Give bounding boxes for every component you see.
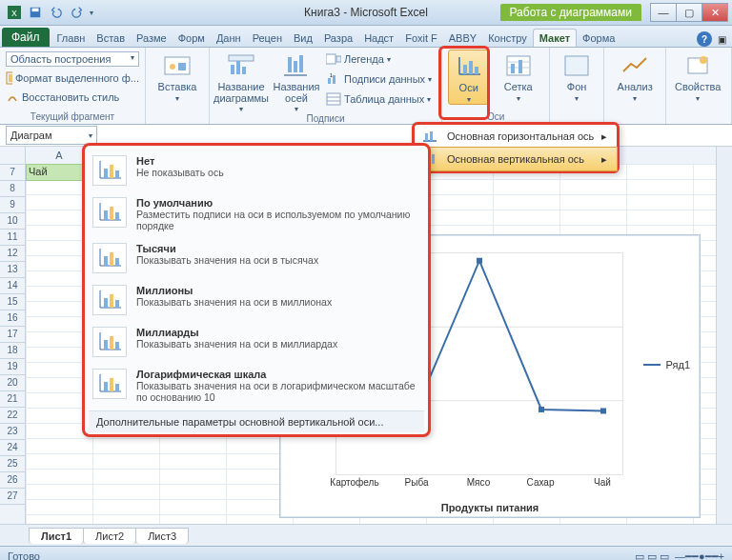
more-axis-options[interactable]: Дополнительные параметры основной вертик… [89, 410, 424, 432]
min-ribbon-icon[interactable]: ▣ [718, 34, 726, 45]
svg-rect-54 [110, 165, 113, 178]
analysis-button[interactable]: Анализ▾ [610, 50, 660, 103]
row-header[interactable]: 16 [0, 310, 25, 327]
svg-rect-46 [425, 133, 428, 141]
tab-форма[interactable]: Форма [577, 30, 620, 47]
title-bar: X ▾ Книга3 - Microsoft Excel Работа с ди… [0, 0, 732, 26]
svg-rect-75 [115, 342, 119, 350]
reset-style[interactable]: Восстановить стиль [6, 88, 139, 107]
row-header[interactable]: 22 [0, 408, 25, 424]
row-header[interactable]: 10 [0, 213, 25, 230]
properties-button[interactable]: Свойства▾ [672, 50, 723, 103]
axis-option-icon [92, 285, 127, 315]
x-tick: Мясо [452, 477, 505, 488]
insert-button[interactable]: Вставка▾ [152, 50, 203, 103]
tab-рецен[interactable]: Рецен [247, 30, 288, 47]
svg-rect-42 [477, 258, 482, 264]
svg-rect-79 [110, 378, 113, 391]
quick-access-toolbar: X ▾ [0, 4, 93, 21]
menu-vertical-axis[interactable]: Основная вертикальная ось▸ [414, 147, 618, 171]
tab-констру[interactable]: Констру [482, 30, 533, 47]
row-headers[interactable]: 789101112131415161718192021222324252627 [0, 147, 26, 524]
selection-dropdown[interactable]: Область построения [10, 53, 111, 65]
minimize-button[interactable]: — [650, 3, 677, 22]
file-tab[interactable]: Файл [2, 28, 50, 47]
tab-форм[interactable]: Форм [173, 30, 211, 47]
row-header[interactable]: 15 [0, 294, 25, 310]
sheet-tab[interactable]: Лист2 [83, 528, 136, 544]
svg-rect-9 [229, 55, 254, 61]
help-icon[interactable]: ? [697, 31, 712, 47]
data-labels-button[interactable]: 1Подписи данных▾ [326, 70, 432, 89]
status-bar: Готово ▭ ▭ ▭ —━━●━━+ [0, 546, 732, 560]
tab-разра[interactable]: Разра [318, 30, 358, 47]
svg-rect-65 [115, 258, 119, 266]
svg-rect-18 [336, 56, 341, 62]
svg-rect-16 [284, 74, 307, 76]
row-header[interactable]: 13 [0, 262, 25, 278]
background-button[interactable]: Фон▾ [556, 50, 598, 103]
svg-rect-73 [104, 340, 108, 350]
axis-option-0[interactable]: НетНе показывать ось [89, 151, 424, 193]
tab-вид[interactable]: Вид [288, 30, 318, 47]
data-table-button[interactable]: Таблица данных▾ [326, 90, 432, 109]
row-header[interactable]: 21 [0, 391, 25, 408]
row-header[interactable]: 8 [0, 181, 25, 197]
svg-rect-80 [115, 384, 119, 391]
x-tick: Картофель [328, 477, 381, 488]
axis-option-4[interactable]: МиллиардыПоказывать значения на оси в ми… [89, 323, 424, 365]
tab-главн[interactable]: Главн [51, 30, 92, 47]
row-header[interactable]: 24 [0, 440, 25, 456]
svg-rect-47 [430, 131, 433, 141]
row-header[interactable]: 7 [0, 165, 25, 181]
ribbon: Область построения▾ Формат выделенного ф… [0, 48, 732, 125]
axis-option-2[interactable]: ТысячиПоказывать значения на оси в тысяч… [89, 239, 424, 281]
excel-icon[interactable]: X [6, 4, 23, 21]
vertical-scrollbar[interactable] [716, 147, 732, 524]
menu-horizontal-axis[interactable]: Основная горизонтальная ось▸ [415, 125, 617, 148]
row-header[interactable]: 19 [0, 359, 25, 375]
axis-titles-button[interactable]: Названия осей▾ [271, 50, 322, 113]
maximize-button[interactable]: ▢ [676, 3, 702, 22]
sheet-tab[interactable]: Лист1 [29, 528, 84, 544]
axis-option-1[interactable]: По умолчаниюРазместить подписи на оси в … [89, 193, 424, 239]
row-header[interactable]: 20 [0, 375, 25, 391]
svg-rect-15 [299, 55, 303, 72]
axes-button[interactable]: Оси▾ [448, 50, 489, 105]
row-header[interactable]: 9 [0, 197, 25, 213]
row-header[interactable]: 14 [0, 278, 25, 294]
tab-встав[interactable]: Встав [91, 30, 131, 47]
row-header[interactable]: 27 [0, 489, 25, 505]
x-axis-title[interactable]: Продукты питания [280, 502, 700, 513]
gridlines-button[interactable]: Сетка▾ [493, 50, 543, 103]
save-icon[interactable] [27, 4, 44, 21]
tab-foxit f[interactable]: Foxit F [399, 30, 443, 47]
qat-customize-icon[interactable]: ▾ [90, 9, 93, 17]
tab-надст[interactable]: Надст [358, 30, 399, 47]
sheet-tab[interactable]: Лист3 [135, 528, 189, 544]
axis-option-5[interactable]: Логарифмическая шкалаПоказывать значения… [89, 365, 424, 410]
row-header[interactable]: 18 [0, 343, 25, 359]
tab-данн[interactable]: Данн [211, 30, 247, 47]
tab-разме[interactable]: Разме [131, 30, 173, 47]
row-header[interactable]: 25 [0, 456, 25, 472]
svg-rect-43 [539, 407, 544, 412]
undo-icon[interactable] [48, 4, 65, 21]
legend-button[interactable]: Легенда▾ [326, 50, 432, 69]
tab-abby[interactable]: ABBY [443, 30, 482, 47]
row-header[interactable]: 26 [0, 472, 25, 489]
redo-icon[interactable] [69, 4, 86, 21]
row-header[interactable]: 12 [0, 246, 25, 262]
zoom-controls[interactable]: ▭ ▭ ▭ —━━●━━+ [635, 550, 724, 561]
format-selection[interactable]: Формат выделенного ф... [6, 69, 139, 88]
name-box[interactable]: Диаграм▾ [6, 126, 97, 145]
axis-option-3[interactable]: МиллионыПоказывать значения на оси в мил… [89, 281, 424, 323]
row-header[interactable]: 23 [0, 424, 25, 440]
tab-макет[interactable]: Макет [533, 29, 577, 47]
row-header[interactable]: 17 [0, 327, 25, 343]
close-button[interactable]: ✕ [702, 3, 728, 22]
axis-option-icon [92, 197, 127, 228]
chart-title-button[interactable]: Название диаграммы▾ [215, 50, 267, 113]
row-header[interactable]: 11 [0, 230, 25, 246]
legend[interactable]: Ряд1 [643, 359, 690, 370]
